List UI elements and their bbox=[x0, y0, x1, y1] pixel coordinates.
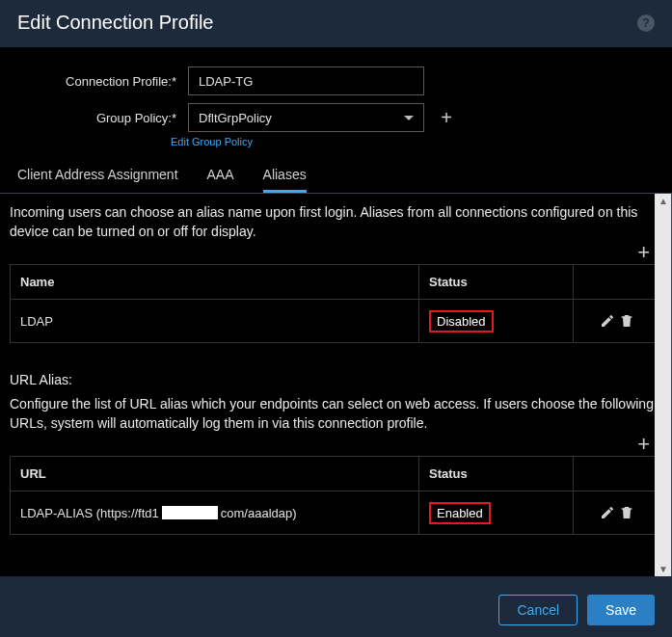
group-policy-select[interactable]: DfltGrpPolicy bbox=[188, 103, 424, 132]
scrollbar[interactable]: ▲ ▼ bbox=[655, 194, 672, 576]
connection-profile-input[interactable] bbox=[188, 66, 424, 95]
scroll-up-icon[interactable]: ▲ bbox=[659, 196, 668, 206]
alias-name: LDAP bbox=[11, 300, 419, 342]
url-alias-status-badge: Enabled bbox=[429, 502, 491, 524]
group-policy-value: DfltGrpPolicy bbox=[199, 111, 272, 125]
table-row: LDAP-ALIAS (https://ftd1 com/aaaldap) En… bbox=[11, 491, 660, 534]
alias-status-badge: Disabled bbox=[429, 310, 494, 332]
aliases-table: Name Status LDAP Disabled bbox=[10, 264, 661, 343]
table-row: LDAP Disabled bbox=[11, 300, 660, 342]
save-button[interactable]: Save bbox=[587, 595, 655, 625]
url-col-url: URL bbox=[11, 457, 419, 491]
url-col-status: Status bbox=[419, 457, 574, 491]
url-suffix: com/aaaldap) bbox=[221, 506, 297, 520]
add-group-policy-button[interactable]: + bbox=[436, 107, 457, 128]
aliases-col-actions bbox=[574, 273, 660, 292]
tab-aaa[interactable]: AAA bbox=[207, 161, 234, 193]
chevron-down-icon bbox=[404, 116, 414, 120]
add-alias-button[interactable]: + bbox=[637, 245, 650, 260]
aliases-col-status: Status bbox=[419, 265, 574, 299]
connection-profile-label: Connection Profile:* bbox=[17, 74, 176, 89]
url-alias-table: URL Status LDAP-ALIAS (https://ftd1 com/… bbox=[10, 456, 661, 535]
edit-group-policy-link[interactable]: Edit Group Policy bbox=[171, 136, 672, 147]
help-icon[interactable]: ? bbox=[637, 14, 655, 32]
cancel-button[interactable]: Cancel bbox=[498, 595, 578, 625]
page-title: Edit Connection Profile bbox=[17, 12, 213, 34]
group-policy-label: Group Policy:* bbox=[17, 111, 176, 125]
aliases-col-name: Name bbox=[11, 265, 419, 299]
edit-icon[interactable] bbox=[600, 313, 615, 329]
url-alias-url: LDAP-ALIAS (https://ftd1 com/aaaldap) bbox=[11, 491, 419, 534]
url-col-actions bbox=[574, 464, 660, 484]
url-alias-description: Configure the list of URL alias which yo… bbox=[0, 393, 671, 437]
scroll-down-icon[interactable]: ▼ bbox=[659, 564, 668, 574]
edit-icon[interactable] bbox=[600, 505, 615, 520]
tab-aliases[interactable]: Aliases bbox=[263, 161, 307, 193]
content-panel: Incoming users can choose an alias name … bbox=[0, 194, 672, 576]
delete-icon[interactable] bbox=[619, 313, 634, 329]
aliases-description: Incoming users can choose an alias name … bbox=[0, 194, 671, 245]
url-prefix: LDAP-ALIAS (https://ftd1 bbox=[20, 506, 159, 520]
url-alias-label: URL Alias: bbox=[0, 362, 671, 393]
add-url-alias-button[interactable]: + bbox=[637, 437, 650, 452]
delete-icon[interactable] bbox=[619, 505, 634, 520]
tab-client-address[interactable]: Client Address Assignment bbox=[17, 161, 178, 193]
redacted-block bbox=[162, 506, 218, 519]
